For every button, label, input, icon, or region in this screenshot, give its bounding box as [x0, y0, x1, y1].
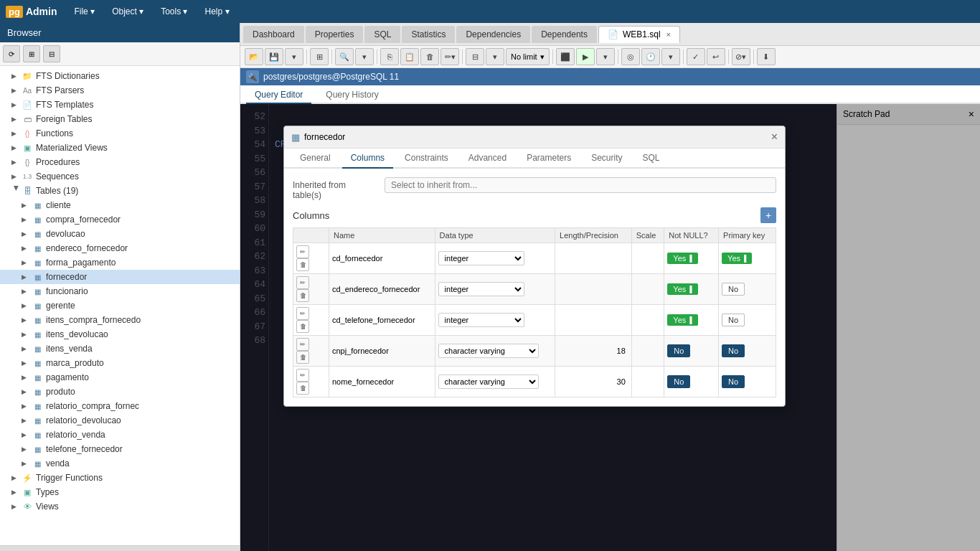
format-btn[interactable]: ⊘▾ [732, 48, 750, 65]
edit-dropdown-btn[interactable]: ✏▾ [440, 48, 459, 65]
primarykey-no-btn[interactable]: No [722, 344, 745, 357]
tree-item-marca-produto[interactable]: ▶ ▦ marca_produto [0, 356, 240, 370]
dialog-tab-constraints[interactable]: Constraints [396, 149, 457, 169]
tree-item-itens-venda[interactable]: ▶ ▦ itens_venda [0, 342, 240, 356]
datatype-select[interactable]: integer [438, 282, 524, 296]
save-dropdown-btn[interactable]: ▾ [285, 48, 303, 65]
stop-btn[interactable]: ⬛ [556, 48, 575, 65]
dialog-close-btn[interactable]: × [771, 131, 778, 143]
tree-item-cliente[interactable]: ▶ ▦ cliente [0, 198, 240, 212]
datatype-select[interactable]: character varying [438, 344, 539, 358]
notnull-yes-btn[interactable]: Yes ▐ [667, 253, 697, 264]
save-btn[interactable]: 💾 [265, 48, 283, 65]
primarykey-no-btn[interactable]: No [722, 375, 745, 388]
tree-item-trigger-fns[interactable]: ▶ ⚡ Trigger Functions [0, 471, 240, 485]
tree-item-relatorio-dev[interactable]: ▶ ▦ relatorio_devolucao [0, 413, 240, 428]
primarykey-no-btn[interactable]: No [722, 283, 745, 296]
delete-row-btn[interactable]: 🗑 [296, 258, 309, 271]
delete-row-btn[interactable]: 🗑 [296, 351, 309, 364]
filter-dropdown-btn[interactable]: ▾ [486, 48, 504, 65]
editor-tab-query[interactable]: Query Editor [246, 87, 311, 104]
sidebar-refresh-btn[interactable]: ⟳ [3, 45, 20, 62]
tab-dependencies[interactable]: Dependencies [456, 26, 530, 43]
menu-tools[interactable]: Tools ▾ [155, 4, 193, 19]
filter-btn[interactable]: ⊟ [466, 48, 484, 65]
tree-item-functions[interactable]: ▶ {} Functions [0, 126, 240, 141]
tree-item-procedures[interactable]: ▶ {} Procedures [0, 155, 240, 169]
primarykey-no-btn[interactable]: No [722, 314, 745, 326]
open-btn[interactable]: 📂 [245, 48, 263, 65]
sidebar-grid-btn[interactable]: ⊞ [23, 45, 40, 62]
tree-item-foreign-tables[interactable]: ▶ 🗃 Foreign Tables [0, 112, 240, 126]
dialog-tab-sql[interactable]: SQL [634, 149, 669, 169]
menu-file[interactable]: File ▾ [68, 4, 100, 19]
tree-item-gerente[interactable]: ▶ ▦ gerente [0, 298, 240, 313]
edit-row-btn[interactable]: ✏ [296, 369, 309, 382]
edit-row-btn[interactable]: ✏ [296, 338, 309, 351]
history-dropdown-btn[interactable]: ▾ [661, 48, 680, 65]
explain-btn[interactable]: ◎ [621, 48, 640, 65]
edit-row-btn[interactable]: ✏ [296, 245, 309, 258]
datatype-select[interactable]: integer [438, 251, 524, 265]
tree-item-mat-views[interactable]: ▶ ▣ Materialized Views [0, 141, 240, 155]
dialog-tab-advanced[interactable]: Advanced [460, 149, 515, 169]
notnull-no-btn[interactable]: No [667, 375, 690, 388]
tree-item-types[interactable]: ▶ ▣ Types [0, 485, 240, 499]
inherited-from-input[interactable] [385, 177, 776, 193]
tree-item-produto[interactable]: ▶ ▦ produto [0, 385, 240, 399]
download-btn[interactable]: ⬇ [757, 48, 776, 65]
search-btn[interactable]: 🔍 [335, 48, 354, 65]
tab-dependents[interactable]: Dependents [532, 26, 597, 43]
edit-row-btn[interactable]: ✏ [296, 276, 309, 289]
notnull-yes-btn[interactable]: Yes ▐ [667, 314, 697, 326]
tree-item-forma-pag[interactable]: ▶ ▦ forma_pagamento [0, 255, 240, 270]
menu-object[interactable]: Object ▾ [106, 4, 149, 19]
menu-help[interactable]: Help ▾ [199, 4, 235, 19]
primarykey-yes-btn[interactable]: Yes ▐ [722, 253, 752, 264]
tree-item-fts-dict[interactable]: ▶ 📁 FTS Dictionaries [0, 69, 240, 83]
delete-btn[interactable]: 🗑 [420, 48, 439, 65]
tab-dashboard[interactable]: Dashboard [243, 26, 304, 43]
edit-row-btn[interactable]: ✏ [296, 307, 309, 320]
tree-item-endereco-forn[interactable]: ▶ ▦ endereco_fornecedor [0, 241, 240, 255]
tree-item-venda[interactable]: ▶ ▦ venda [0, 456, 240, 471]
tree-item-sequences[interactable]: ▶ 1.3 Sequences [0, 169, 240, 184]
paste-btn[interactable]: 📋 [400, 48, 419, 65]
tree-item-fts-templates[interactable]: ▶ 📄 FTS Templates [0, 98, 240, 112]
table-btn[interactable]: ⊞ [310, 48, 329, 65]
tree-item-itens-compra[interactable]: ▶ ▦ itens_compra_fornecedo [0, 313, 240, 327]
delete-row-btn[interactable]: 🗑 [296, 320, 309, 333]
tree-item-pagamento[interactable]: ▶ ▦ pagamento [0, 370, 240, 385]
rollback-btn[interactable]: ↩ [707, 48, 725, 65]
delete-row-btn[interactable]: 🗑 [296, 289, 309, 302]
dialog-tab-security[interactable]: Security [583, 149, 631, 169]
datatype-select[interactable]: character varying [438, 375, 539, 389]
tree-item-compra-forn[interactable]: ▶ ▦ compra_fornecedor [0, 212, 240, 227]
tab-sql[interactable]: SQL [364, 26, 400, 43]
commit-btn[interactable]: ✓ [687, 48, 705, 65]
add-column-btn[interactable]: + [760, 207, 776, 223]
history-btn[interactable]: 🕐 [641, 48, 660, 65]
sidebar-scrollbar[interactable] [0, 545, 240, 551]
tree-item-tables[interactable]: ▶ 🗄 Tables (19) [0, 184, 240, 198]
sidebar-filter-btn[interactable]: ⊟ [43, 45, 60, 62]
run-btn[interactable]: ▶ [576, 48, 595, 65]
dialog-tab-parameters[interactable]: Parameters [518, 149, 580, 169]
tab-properties[interactable]: Properties [306, 26, 364, 43]
run-dropdown-btn[interactable]: ▾ [596, 48, 615, 65]
search-dropdown-btn[interactable]: ▾ [355, 48, 374, 65]
tree-item-itens-dev[interactable]: ▶ ▦ itens_devolucao [0, 327, 240, 342]
tab-statistics[interactable]: Statistics [402, 26, 455, 43]
tree-item-relatorio-compra[interactable]: ▶ ▦ relatorio_compra_fornec [0, 399, 240, 413]
tab-web1sql[interactable]: 📄 WEB1.sql × [598, 26, 680, 43]
dialog-tab-general[interactable]: General [291, 149, 339, 169]
tree-item-fts-parsers[interactable]: ▶ Aa FTS Parsers [0, 83, 240, 98]
tree-item-relatorio-venda[interactable]: ▶ ▦ relatorio_venda [0, 428, 240, 442]
delete-row-btn[interactable]: 🗑 [296, 382, 309, 395]
notnull-yes-btn[interactable]: Yes ▐ [667, 283, 697, 295]
tree-item-devolucao[interactable]: ▶ ▦ devolucao [0, 227, 240, 241]
limit-dropdown[interactable]: No limit ▾ [506, 48, 550, 65]
tree-item-fornecedor[interactable]: ▶ ▦ fornecedor [0, 270, 240, 284]
datatype-select[interactable]: integer [438, 313, 524, 327]
notnull-no-btn[interactable]: No [667, 344, 690, 357]
